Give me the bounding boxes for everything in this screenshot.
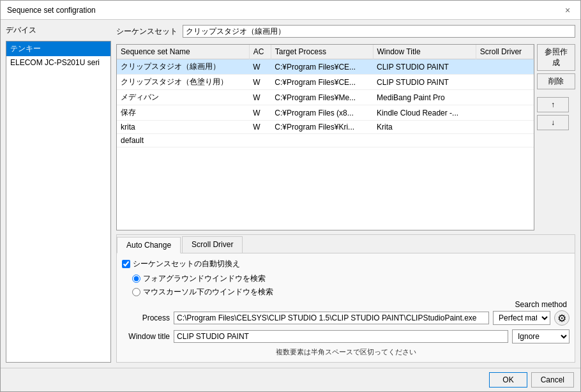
down-button[interactable]: ↓ xyxy=(537,115,569,130)
process-dropdown-group: Perfect mat Partial Regex xyxy=(493,311,550,325)
bottom-bar: OK Cancel xyxy=(1,368,580,391)
table-row[interactable]: default xyxy=(117,134,534,147)
hint-text: 複数要素は半角スペースで区切ってください xyxy=(122,347,570,357)
col-window: Window Title xyxy=(373,45,476,59)
auto-change-checkbox-row: シーケンスセットの自動切換え xyxy=(122,259,570,269)
row-scroll xyxy=(476,75,533,90)
up-button[interactable]: ↑ xyxy=(537,97,569,112)
radio-foreground-label: フォアグラウンドウインドウを検索 xyxy=(143,273,266,284)
row-process: C:¥Program Files¥Kri... xyxy=(271,121,373,134)
col-process: Target Process xyxy=(271,45,373,59)
search-method-label-row: Search method xyxy=(122,300,570,309)
process-dropdown[interactable]: Perfect mat Partial Regex xyxy=(493,311,550,325)
table-row[interactable]: クリップスタジオ（線画用） W C:¥Program Files¥CE... C… xyxy=(117,59,534,75)
cancel-button[interactable]: Cancel xyxy=(531,372,574,388)
table-row[interactable]: メディバン W C:¥Program Files¥Me... MediBang … xyxy=(117,90,534,105)
process-input[interactable] xyxy=(174,312,489,324)
tab-bar: Auto Change Scroll Driver xyxy=(117,235,575,253)
table-row[interactable]: クリップスタジオ（色塗り用） W C:¥Program Files¥CE... … xyxy=(117,75,534,90)
row-name: krita xyxy=(117,121,249,134)
row-ac: W xyxy=(249,90,271,105)
dialog-title: Sequence set configration xyxy=(7,6,96,15)
row-process: C:¥Program Files¥CE... xyxy=(271,75,373,90)
radio-row-foreground: フォアグラウンドウインドウを検索 xyxy=(132,273,570,284)
tab-scroll-driver[interactable]: Scroll Driver xyxy=(182,236,243,253)
close-button[interactable]: × xyxy=(561,4,574,17)
row-window: Kindle Cloud Reader -... xyxy=(373,105,476,121)
row-scroll xyxy=(476,90,533,105)
window-title-input[interactable] xyxy=(174,330,508,343)
search-method-label: Search method xyxy=(515,300,570,309)
radio-mouse[interactable] xyxy=(132,288,140,296)
window-dropdown[interactable]: Ignore Perfect mat Partial xyxy=(512,329,570,343)
sequence-set-dialog: Sequence set configration × デバイス テンキー EL… xyxy=(0,0,581,392)
row-process xyxy=(271,134,373,147)
tab-auto-change[interactable]: Auto Change xyxy=(117,237,181,253)
row-process: C:¥Program Files¥CE... xyxy=(271,59,373,75)
left-panel: デバイス テンキー ELECOM JC-PS201U seri xyxy=(6,25,111,363)
process-row: Process Perfect mat Partial Regex ⚙ xyxy=(122,310,570,326)
row-ac: W xyxy=(249,105,271,121)
device-item-tenkey[interactable]: テンキー xyxy=(6,41,110,56)
sequence-table: Sequence set Name AC Target Process Wind… xyxy=(117,45,534,147)
window-title-label: Window title xyxy=(122,332,170,341)
row-ac: W xyxy=(249,75,271,90)
table-row[interactable]: 保存 W C:¥Program Files (x8... Kindle Clou… xyxy=(117,105,534,121)
row-scroll xyxy=(476,134,533,147)
sequence-set-input[interactable] xyxy=(183,25,575,38)
title-bar: Sequence set configration × xyxy=(1,1,580,20)
row-name: 保存 xyxy=(117,105,249,121)
table-area: Sequence set Name AC Target Process Wind… xyxy=(116,44,575,230)
row-process: C:¥Program Files (x8... xyxy=(271,105,373,121)
row-window xyxy=(373,134,476,147)
auto-change-label: シーケンスセットの自動切換え xyxy=(133,259,240,269)
row-window: CLIP STUDIO PAINT xyxy=(373,75,476,90)
table-row[interactable]: krita W C:¥Program Files¥Kri... Krita xyxy=(117,121,534,134)
main-content: デバイス テンキー ELECOM JC-PS201U seri シーケンスセット xyxy=(1,20,580,368)
auto-change-checkbox[interactable] xyxy=(122,260,130,268)
row-window: Krita xyxy=(373,121,476,134)
window-dropdown-group: Ignore Perfect mat Partial xyxy=(512,329,570,343)
up-down-buttons: ↑ ↓ xyxy=(537,97,575,130)
process-label: Process xyxy=(122,313,170,322)
row-window: MediBang Paint Pro xyxy=(373,90,476,105)
row-scroll xyxy=(476,121,533,134)
row-name: クリップスタジオ（線画用） xyxy=(117,59,249,75)
row-scroll xyxy=(476,59,533,75)
sequence-set-header: シーケンスセット xyxy=(116,25,575,38)
window-title-row: Window title Ignore Perfect mat Partial xyxy=(122,329,570,343)
device-list: テンキー ELECOM JC-PS201U seri xyxy=(6,41,111,363)
col-scroll: Scroll Driver xyxy=(476,45,533,59)
radio-mouse-label: マウスカーソル下のウインドウを検索 xyxy=(143,287,273,298)
row-window: CLIP STUDIO PAINT xyxy=(373,59,476,75)
delete-button[interactable]: 削除 xyxy=(537,73,575,89)
sequence-set-label: シーケンスセット xyxy=(116,26,177,37)
right-panel: シーケンスセット Sequence set Name AC Target Pro… xyxy=(116,25,575,363)
row-name: メディバン xyxy=(117,90,249,105)
row-ac: W xyxy=(249,59,271,75)
row-name: クリップスタジオ（色塗り用） xyxy=(117,75,249,90)
row-ac xyxy=(249,134,271,147)
sequence-table-container: Sequence set Name AC Target Process Wind… xyxy=(116,44,534,230)
col-name: Sequence set Name xyxy=(117,45,249,59)
device-label: デバイス xyxy=(6,25,111,36)
create-ref-button[interactable]: 参照作成 xyxy=(537,44,575,71)
col-ac: AC xyxy=(249,45,271,59)
row-ac: W xyxy=(249,121,271,134)
radio-foreground[interactable] xyxy=(132,275,140,283)
radio-row-mouse: マウスカーソル下のウインドウを検索 xyxy=(132,287,570,298)
row-scroll xyxy=(476,105,533,121)
tab-content: シーケンスセットの自動切換え フォアグラウンドウインドウを検索 マウスカーソル下… xyxy=(117,253,575,362)
gear-icon[interactable]: ⚙ xyxy=(554,310,570,326)
device-item-elecom[interactable]: ELECOM JC-PS201U seri xyxy=(6,56,110,69)
row-process: C:¥Program Files¥Me... xyxy=(271,90,373,105)
row-name: default xyxy=(117,134,249,147)
ok-button[interactable]: OK xyxy=(489,372,527,388)
tabs-area: Auto Change Scroll Driver シーケンスセットの自動切換え… xyxy=(116,234,575,363)
side-buttons: 参照作成 削除 ↑ ↓ xyxy=(537,44,575,230)
